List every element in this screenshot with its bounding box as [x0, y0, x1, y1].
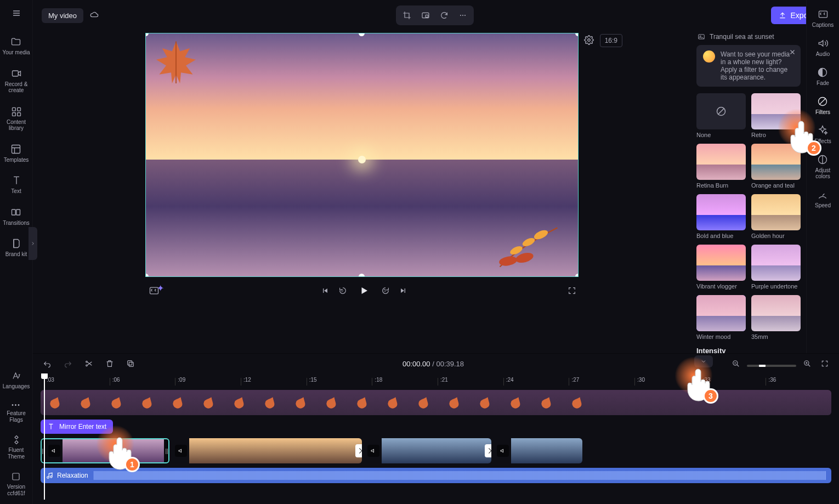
svg-point-19	[588, 39, 591, 42]
fullscreen-button[interactable]	[568, 286, 576, 295]
video-clip-3[interactable]	[365, 438, 491, 463]
sidebar-record[interactable]: Record & create	[5, 66, 28, 96]
sidebar-languages[interactable]: Languages	[3, 369, 30, 392]
clip-mute-icon[interactable]	[367, 445, 379, 457]
redo-button[interactable]	[61, 357, 75, 370]
sidebar-version[interactable]: Version ccfd61f	[7, 469, 25, 499]
filter-bold-blue[interactable]: Bold and blue	[696, 194, 746, 239]
svg-rect-4	[17, 112, 20, 116]
rotate-button[interactable]	[435, 8, 453, 23]
playhead[interactable]	[44, 373, 45, 500]
sidebar-feature-flags[interactable]: ••• Feature Flags	[7, 400, 25, 426]
skip-end-button[interactable]	[399, 286, 407, 295]
filter-retina-burn[interactable]: Retina Burn	[696, 144, 746, 189]
svg-point-15	[521, 236, 536, 248]
hint-emoji-icon	[703, 50, 715, 63]
filter-golden-hour[interactable]: Golden hour	[751, 194, 801, 239]
svg-point-29	[86, 365, 88, 366]
project-title-text: My video	[48, 12, 77, 20]
captions-toggle[interactable]: ✦	[148, 285, 161, 296]
clip-mute-icon[interactable]	[48, 445, 60, 457]
rail-effects[interactable]: Effects	[814, 125, 831, 144]
collapse-preview-button[interactable]	[694, 355, 713, 367]
pip-button[interactable]	[417, 8, 434, 23]
zoom-slider[interactable]	[747, 365, 796, 367]
crop-button[interactable]	[398, 8, 416, 23]
video-clip-2[interactable]	[173, 438, 362, 463]
audio-clip[interactable]: Relaxation	[41, 468, 831, 483]
rail-filters[interactable]: Filters	[815, 96, 830, 115]
zoom-out-button[interactable]	[729, 357, 742, 370]
svg-point-11	[460, 15, 461, 16]
preview-canvas[interactable]	[145, 33, 579, 277]
topbar: My video Export	[33, 0, 839, 31]
filter-retro[interactable]: Retro	[751, 93, 801, 138]
hamburger-menu[interactable]	[9, 5, 24, 21]
svg-rect-0	[12, 71, 18, 76]
video-clip-1[interactable]: || ||	[41, 438, 169, 463]
delete-button[interactable]	[103, 357, 116, 370]
sidebar-text[interactable]: Text	[11, 173, 22, 197]
sidebar-label: Text	[11, 188, 21, 195]
filter-winter-mood[interactable]: Winter mood	[696, 295, 746, 340]
sidebar-label: Your media	[2, 49, 30, 56]
trim-handle-right[interactable]: ||	[164, 438, 169, 463]
rail-adjust-colors[interactable]: Adjust colors	[815, 154, 831, 179]
transition-icon[interactable]	[355, 444, 362, 457]
rail-fade[interactable]: Fade	[817, 67, 829, 86]
video-clip-4[interactable]	[495, 438, 582, 463]
back-5s-button[interactable]: 5	[338, 286, 347, 295]
undo-button[interactable]	[41, 357, 54, 370]
sidebar-templates[interactable]: Templates	[4, 141, 29, 166]
intensity-label: Intensity	[696, 347, 801, 353]
clip-mute-icon[interactable]	[497, 445, 509, 457]
trim-handle-left[interactable]: ||	[41, 438, 46, 463]
cloud-sync-icon[interactable]	[90, 11, 99, 20]
expand-library-handle[interactable]	[29, 227, 37, 260]
zoom-fit-button[interactable]	[818, 357, 831, 370]
play-button[interactable]	[356, 282, 372, 299]
sidebar-label: Brand kit	[5, 251, 27, 258]
canvas-settings-icon[interactable]	[584, 35, 594, 45]
sidebar-your-media[interactable]: Your media	[2, 34, 30, 58]
rail-speed[interactable]: Speed	[815, 189, 831, 208]
sidebar-content-library[interactable]: Content library	[7, 104, 26, 134]
filter-35mm[interactable]: 35mm	[751, 295, 801, 340]
sidebar-label: Version ccfd61f	[7, 484, 25, 496]
svg-rect-30	[128, 361, 132, 365]
time-ruler[interactable]: :03 :06 :09 :12 :15 :18 :21 :24 :27 :30 …	[44, 373, 831, 386]
left-rail: Your media Record & create Content libra…	[0, 0, 33, 504]
more-button[interactable]	[454, 8, 472, 23]
filter-vibrant-vlogger[interactable]: Vibrant vlogger	[696, 245, 746, 290]
sidebar-brandkit[interactable]: Brand kit	[5, 236, 27, 260]
preview-area: 16:9 ✦ 5 5 ?	[33, 31, 691, 353]
split-button[interactable]	[82, 357, 95, 370]
svg-point-13	[464, 15, 466, 16]
filter-hint-card: Want to see your media in a whole new li…	[696, 45, 801, 87]
sidebar-label: Feature Flags	[7, 410, 25, 423]
close-hint-button[interactable]	[789, 48, 796, 56]
duplicate-button[interactable]	[124, 357, 137, 370]
aspect-ratio-selector[interactable]: 16:9	[600, 34, 622, 47]
sidebar-label: Record & create	[5, 81, 28, 94]
resize-handle[interactable]	[575, 274, 579, 277]
rail-audio[interactable]: Audio	[816, 38, 830, 57]
sidebar-label: Languages	[3, 383, 30, 390]
project-title[interactable]: My video	[42, 8, 83, 23]
clip-mute-icon[interactable]	[175, 445, 187, 457]
sidebar-fluent-theme[interactable]: Fluent Theme	[8, 433, 25, 462]
text-clip[interactable]: Mirror Enter text	[41, 420, 113, 434]
skip-start-button[interactable]	[321, 286, 330, 295]
filter-none[interactable]: None	[696, 93, 746, 138]
zoom-in-button[interactable]	[801, 357, 814, 370]
svg-rect-6	[12, 209, 16, 215]
media-name: Tranquil sea at sunset	[696, 31, 801, 45]
rail-captions[interactable]: Captions	[812, 9, 834, 28]
filter-purple-undertone[interactable]: Purple undertone	[751, 245, 801, 290]
overlay-track[interactable]	[41, 390, 831, 415]
resize-handle[interactable]	[359, 274, 365, 277]
forward-5s-button[interactable]: 5	[381, 286, 390, 295]
filter-orange-teal[interactable]: Orange and teal	[751, 144, 801, 189]
sidebar-transitions[interactable]: Transitions	[3, 205, 30, 229]
transition-icon[interactable]	[485, 444, 491, 457]
